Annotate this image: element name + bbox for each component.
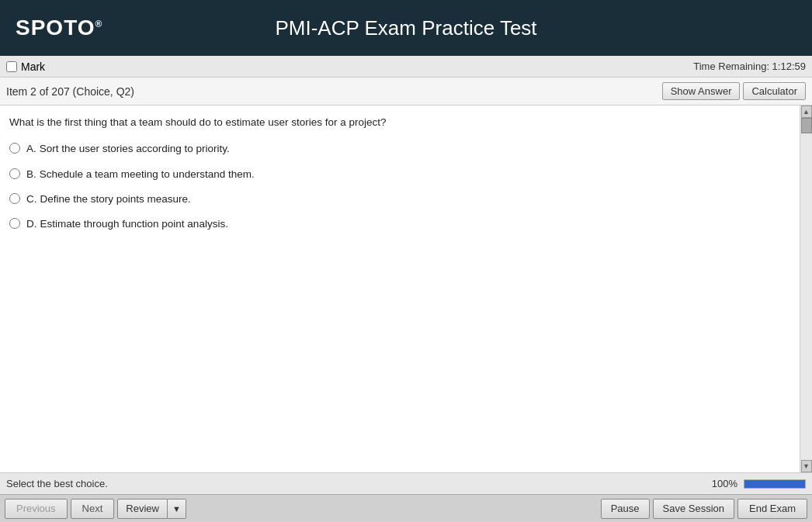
review-wrapper: Review ▼ <box>117 499 186 519</box>
scroll-up-button[interactable]: ▲ <box>801 105 812 118</box>
mark-bar: Mark Time Remaining: 1:12:59 <box>0 56 812 78</box>
question-area-wrapper: What is the first thing that a team shou… <box>0 105 812 472</box>
option-c-label: C.Define the story points measure. <box>26 192 191 207</box>
review-button[interactable]: Review <box>117 499 168 519</box>
progress-percent: 100% <box>712 478 737 489</box>
header: SPOTO® PMI-ACP Exam Practice Test <box>0 0 812 56</box>
radio-c[interactable] <box>9 193 20 204</box>
radio-b[interactable] <box>9 168 20 179</box>
app-title: PMI-ACP Exam Practice Test <box>275 16 536 40</box>
scroll-down-button[interactable]: ▼ <box>801 460 812 472</box>
option-b[interactable]: B.Schedule a team meeting to understand … <box>9 167 790 182</box>
option-d[interactable]: D.Estimate through function point analys… <box>9 216 790 232</box>
radio-d[interactable] <box>9 218 20 229</box>
end-exam-button[interactable]: End Exam <box>737 499 807 519</box>
save-session-button[interactable]: Save Session <box>653 499 735 519</box>
question-area: What is the first thing that a team shou… <box>0 105 800 472</box>
calculator-button[interactable]: Calculator <box>743 82 806 100</box>
scrollbar-track: ▲ ▼ <box>800 105 812 472</box>
status-text: Select the best choice. <box>6 478 108 489</box>
show-answer-button[interactable]: Show Answer <box>662 82 741 100</box>
option-a-label: A.Sort the user stories according to pri… <box>26 141 230 157</box>
option-c[interactable]: C.Define the story points measure. <box>9 192 790 207</box>
mark-left: Mark <box>6 60 45 73</box>
review-dropdown-button[interactable]: ▼ <box>168 499 186 519</box>
question-actions: Show Answer Calculator <box>662 82 806 100</box>
option-b-label: B.Schedule a team meeting to understand … <box>26 167 255 182</box>
bottom-nav: Previous Next Review ▼ Pause Save Sessio… <box>0 494 812 522</box>
time-remaining: Time Remaining: 1:12:59 <box>693 60 806 72</box>
scrollbar-thumb[interactable] <box>801 118 812 133</box>
mark-label: Mark <box>21 60 45 73</box>
previous-button[interactable]: Previous <box>5 499 68 519</box>
status-bar: Select the best choice. 100% <box>0 472 812 494</box>
pause-button[interactable]: Pause <box>601 499 650 519</box>
option-a[interactable]: A.Sort the user stories according to pri… <box>9 141 790 157</box>
question-header: Item 2 of 207 (Choice, Q2) Show Answer C… <box>0 78 812 105</box>
logo: SPOTO® <box>16 16 102 40</box>
next-button[interactable]: Next <box>71 499 115 519</box>
progress-bar-track <box>744 479 806 489</box>
question-text: What is the first thing that a team shou… <box>9 115 790 130</box>
item-info: Item 2 of 207 (Choice, Q2) <box>6 85 134 98</box>
progress-area: 100% <box>712 478 806 489</box>
radio-a[interactable] <box>9 143 20 154</box>
progress-bar-fill <box>744 480 805 488</box>
mark-checkbox[interactable] <box>6 61 17 72</box>
option-d-label: D.Estimate through function point analys… <box>26 216 228 232</box>
